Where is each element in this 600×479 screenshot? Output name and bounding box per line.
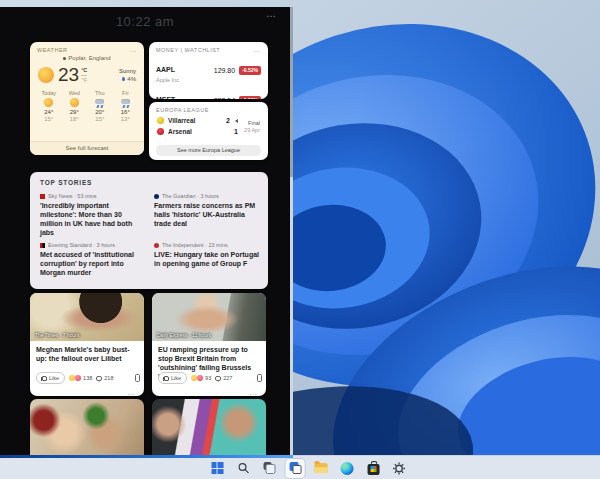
widgets-button[interactable] [286,459,305,478]
money-header: MONEY | WATCHLIST [156,47,220,53]
article-title: Meghan Markle's baby bust-up: the fallou… [30,341,144,363]
panel-greeting-time: 10:22 am [0,14,290,29]
microsoft-store-button[interactable] [364,459,383,478]
heart-emoji-icon [75,375,81,381]
current-temperature: 23 [58,64,79,86]
see-full-forecast-button[interactable]: See full forecast [30,141,144,155]
rain-icon [94,98,105,107]
independent-icon [154,243,159,248]
search-button[interactable] [234,459,253,478]
story-guardian[interactable]: The Guardian · 3 hours Farmers raise con… [154,193,260,228]
like-button[interactable]: Like [158,372,187,384]
scrollbar-thumb[interactable] [290,7,293,177]
article-source: Daily Express · 11 hours [157,332,211,338]
weather-location[interactable]: Poplar, England [68,55,110,61]
unit-toggle[interactable]: °C°F [81,67,87,82]
panel-scrollbar[interactable] [290,7,293,455]
stock-price: 258.54 [214,97,235,100]
edge-browser-icon [341,462,354,475]
weather-header: WEATHER [37,47,68,53]
search-icon [237,462,249,474]
article-photo: The Times · 7 hours [30,293,144,341]
forecast-day: Thu 20°15° [87,90,113,122]
widgets-icon [289,462,301,474]
thumbs-up-icon [164,376,169,381]
precipitation-icon [122,77,125,81]
stock-price: 129.80 [214,67,235,74]
comment-icon [96,376,102,381]
stock-change-badge: -0.52% [239,96,261,100]
forecast-day: Fri 16°13° [113,90,139,122]
reactions-count[interactable]: 138 [69,375,92,381]
file-explorer-icon [315,463,328,473]
stock-symbol: AAPL [156,66,175,73]
story-evening-standard[interactable]: Evening Standard · 3 hours Met accused o… [40,242,146,277]
stock-row[interactable]: MSFT Microsoft Corp 258.54 -0.52% [149,85,268,99]
news-card-photo-partial[interactable] [30,399,144,455]
news-card[interactable]: The Times · 7 hours Meghan Markle's baby… [30,293,144,396]
evening-standard-icon [40,243,45,248]
stock-symbol: MSFT [156,96,175,100]
location-pin-icon [63,57,66,60]
taskbar: 10:23 AM Tuesday 6/15/2021 4 [0,455,600,479]
weather-menu-icon[interactable]: … [130,48,138,52]
match-status: Final 29 Apr [244,120,260,134]
widgets-panel: 10:22 am … WEATHER … Poplar, England 23 … [0,7,290,455]
heart-emoji-icon [197,375,203,381]
thumbs-up-icon [42,376,47,381]
guardian-icon [154,194,159,199]
weather-condition: Sunny [119,68,136,74]
see-more-europa-button[interactable]: See more Europa League [156,145,261,156]
villarreal-crest-icon [157,117,164,124]
sky-news-icon [40,194,45,199]
sunny-icon [70,98,79,107]
news-card-photo-partial[interactable] [152,399,266,455]
winner-marker-icon [235,119,238,123]
settings-gear-icon [393,462,406,475]
europa-header: EUROPA LEAGUE [156,107,209,113]
story-independent[interactable]: The Independent · 23 mins LIVE: Hungary … [154,242,260,268]
comments-count[interactable]: 218 [96,375,113,381]
top-stories-header: TOP STORIES [30,172,268,189]
stock-row[interactable]: AAPL Apple Inc 129.80 -0.52% [149,55,268,85]
top-stories-widget: TOP STORIES Sky News · 53 mins 'Incredib… [30,172,268,289]
windows-start-icon [211,462,223,474]
arsenal-crest-icon [157,128,164,135]
sunny-icon [44,98,53,107]
money-menu-icon[interactable]: … [254,48,262,52]
stock-company: Apple Inc [156,77,179,83]
forecast-day: Today 24°15° [36,90,62,122]
comments-count[interactable]: 227 [215,375,232,381]
task-view-button[interactable] [260,459,279,478]
news-card[interactable]: Daily Express · 11 hours EU ramping pres… [152,293,266,396]
card-more-icon[interactable]: … [127,388,136,396]
money-watchlist-widget[interactable]: MONEY | WATCHLIST … AAPL Apple Inc 129.8… [149,42,268,99]
article-source: The Times · 7 hours [35,332,79,338]
share-icon[interactable] [135,374,140,382]
start-button[interactable] [208,459,227,478]
task-view-icon [263,462,275,474]
comment-icon [215,376,221,381]
edge-button[interactable] [338,459,357,478]
sunny-icon [38,67,54,83]
weather-widget[interactable]: WEATHER … Poplar, England 23 °C°F Sunny … [30,42,144,155]
reactions-count[interactable]: 93 [191,375,211,381]
card-more-icon[interactable]: … [249,388,258,396]
rain-icon [120,98,131,107]
share-icon[interactable] [257,374,262,382]
like-button[interactable]: Like [36,372,65,384]
stock-change-badge: -0.52% [239,66,261,75]
article-photo: Daily Express · 11 hours [152,293,266,341]
story-sky-news[interactable]: Sky News · 53 mins 'Incredibly important… [40,193,146,237]
store-icon [367,464,379,475]
file-explorer-button[interactable] [312,459,331,478]
panel-menu-icon[interactable]: … [266,8,277,19]
europa-league-widget[interactable]: EUROPA LEAGUE Villarreal 2 Arsenal 1 Fin… [149,102,268,160]
forecast-day: Wed 29°18° [62,90,88,122]
precipitation-value: 4% [127,76,136,82]
settings-button[interactable] [390,459,409,478]
